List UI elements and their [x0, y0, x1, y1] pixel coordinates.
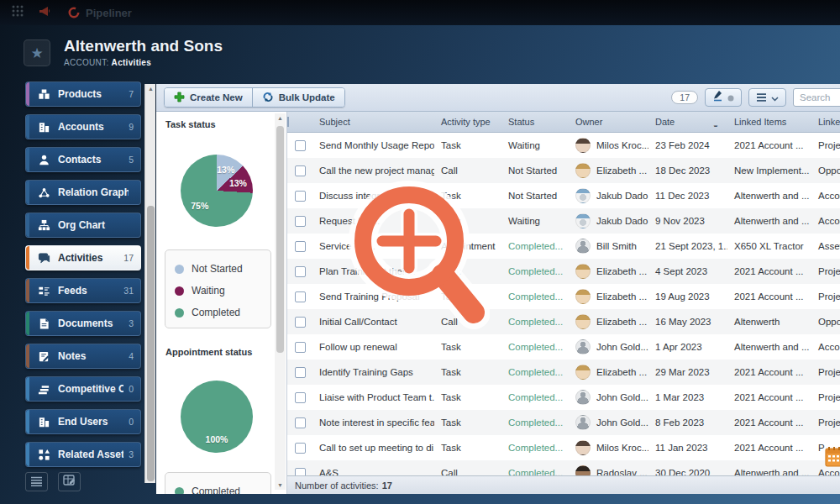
sidebar-item-count: 7 — [129, 89, 134, 99]
cell-status: Completed... — [501, 241, 569, 251]
accent-bar — [26, 344, 29, 368]
table-row[interactable]: Plan Training at their...TaskCompleted..… — [287, 259, 840, 284]
legend-item-waiting: Waiting — [175, 280, 270, 302]
view-menu-button[interactable] — [748, 88, 786, 107]
table-row[interactable]: Note interest in specific fea...TaskComp… — [287, 410, 840, 435]
contacts-icon — [38, 154, 50, 166]
accent-bar — [26, 115, 29, 139]
table-row[interactable]: Call to set up meeting to di...TaskCompl… — [287, 435, 840, 460]
sidebar-item-org-chart[interactable]: Org Chart — [25, 213, 141, 238]
favorite-star-button[interactable]: ★ — [24, 39, 50, 66]
app-grid-icon[interactable] — [12, 5, 24, 20]
scroll-up-arrow[interactable]: ▲ — [145, 86, 156, 92]
menu-list-button[interactable] — [25, 472, 48, 491]
cell-date: 19 Aug 2023 — [648, 291, 727, 302]
bulk-update-button[interactable]: Bulk Update — [252, 88, 344, 107]
row-checkbox[interactable] — [295, 392, 306, 403]
table-row[interactable]: Follow up renewalTaskCompleted...John Go… — [287, 334, 840, 360]
subtitle-value: Activities — [112, 58, 151, 67]
scrollbar-thumb[interactable] — [147, 206, 155, 481]
table-row[interactable]: Initial Call/ContactCallCompleted...Eliz… — [287, 309, 840, 334]
sidebar-item-label: Feeds — [58, 285, 118, 297]
cell-owner: Elizabeth ... — [569, 264, 648, 279]
task-status-pie-chart: 13%13%75% — [181, 155, 253, 227]
column-header-activity-type[interactable]: Activity type — [434, 117, 501, 127]
table-row[interactable]: Send Monthly Usage Repor...TaskWaitingMi… — [287, 133, 840, 158]
sidebar-item-notes[interactable]: Notes4 — [25, 344, 141, 369]
table-row[interactable]: A&SCallCompleted...Radoslav ...30 Dec 20… — [287, 460, 840, 475]
column-header-linked-type[interactable]: Linked — [811, 117, 840, 127]
cell-activity-type: Task — [434, 266, 501, 276]
table-row[interactable]: Call the new project manag...CallNot Sta… — [287, 158, 840, 183]
table-row[interactable]: Service Vis...AppointmentCompleted...Bil… — [287, 234, 840, 259]
sidebar-item-end-users[interactable]: End Users0 — [25, 409, 141, 434]
cell-status: Completed... — [501, 317, 569, 327]
row-checkbox[interactable] — [295, 317, 306, 328]
sidebar-item-feeds[interactable]: Feeds31 — [25, 278, 141, 303]
column-header-date[interactable]: Date▼ — [648, 117, 727, 127]
column-header-owner[interactable]: Owner — [569, 117, 648, 127]
megaphone-icon[interactable] — [39, 5, 52, 20]
create-new-button[interactable]: Create New — [165, 88, 252, 107]
table-row[interactable]: Liaise with Product Team t...TaskComplet… — [287, 385, 840, 410]
legend-label: Waiting — [192, 285, 225, 297]
cell-owner: John Gold... — [569, 339, 648, 354]
page-scrollbar[interactable]: ▲ — [144, 84, 155, 483]
row-checkbox[interactable] — [295, 291, 306, 302]
form-edit-button[interactable] — [58, 472, 81, 491]
sidebar-item-count: 4 — [129, 351, 134, 361]
toolbar: Create New Bulk Update 17 — [156, 84, 840, 112]
search-input[interactable] — [793, 88, 840, 107]
appointment-status-legend: Completed — [165, 472, 271, 494]
column-header-linked-items[interactable]: Linked Items — [727, 117, 811, 127]
row-checkbox[interactable] — [295, 266, 306, 277]
table-row[interactable]: Identify Training GapsTaskCompleted...El… — [287, 360, 840, 385]
main-content: Create New Bulk Update 17 Task status 13… — [156, 84, 840, 494]
feeds-icon — [38, 285, 50, 297]
sidebar-item-contacts[interactable]: Contacts5 — [25, 147, 141, 172]
column-header-subject[interactable]: Subject — [312, 117, 434, 127]
org-chart-icon — [38, 219, 50, 232]
cell-linked-items: 2021 Account ... — [727, 291, 811, 302]
sidebar-item-related-assets[interactable]: Related Assets3 — [25, 442, 141, 467]
sidebar-item-accounts[interactable]: Accounts9 — [25, 114, 141, 139]
chevron-down-icon — [771, 90, 779, 105]
row-checkbox[interactable] — [295, 140, 306, 151]
sidebar-item-activities[interactable]: Activities17 — [25, 245, 141, 270]
cell-date: 29 Mar 2023 — [648, 367, 727, 377]
table-row[interactable]: Discuss integrati...TaskNot StartedJakub… — [287, 183, 840, 208]
row-checkbox[interactable] — [295, 216, 306, 227]
table-row[interactable]: Request ND...TaskWaitingJakub Dado9 Nov … — [287, 208, 840, 234]
owner-name: John Gold... — [596, 342, 648, 352]
row-checkbox[interactable] — [295, 191, 306, 202]
sidebar-item-competitive-o[interactable]: Competitive O...0 — [25, 376, 141, 402]
cell-subject: Send Training Proposal — [312, 291, 434, 302]
owner-avatar — [575, 264, 591, 279]
widgets-scroll-down[interactable]: ▼ — [275, 482, 286, 488]
widgets-scroll-up[interactable]: ▲ — [275, 115, 286, 121]
legend-item-completed: Completed — [175, 302, 270, 323]
cell-date: 23 Feb 2024 — [648, 140, 727, 150]
row-checkbox[interactable] — [295, 443, 306, 454]
sidebar-item-label: Accounts — [58, 121, 123, 133]
products-icon — [38, 88, 50, 101]
widgets-scrollbar-thumb[interactable] — [276, 126, 284, 353]
row-checkbox[interactable] — [295, 417, 306, 428]
row-checkbox[interactable] — [295, 342, 306, 353]
cell-status: Completed... — [501, 291, 569, 302]
column-header-status[interactable]: Status — [501, 117, 569, 127]
row-checkbox[interactable] — [295, 165, 306, 176]
cell-linked-items: Altenwerth and ... — [727, 468, 811, 475]
sidebar-item-documents[interactable]: Documents3 — [25, 311, 141, 336]
sidebar-item-relation-graph[interactable]: Relation Graph — [25, 180, 141, 205]
sidebar-item-products[interactable]: Products7 — [25, 81, 141, 107]
row-checkbox[interactable] — [295, 241, 306, 252]
widgets-scrollbar[interactable]: ▲ ▼ — [275, 113, 286, 490]
table-row[interactable]: Send Training ProposalTaskCompleted...El… — [287, 284, 840, 309]
edit-pen-button[interactable] — [705, 88, 742, 107]
select-all-checkbox[interactable] — [287, 117, 289, 127]
page-subtitle: ACCOUNT: Activities — [64, 58, 223, 67]
accent-bar — [26, 377, 29, 401]
row-checkbox[interactable] — [295, 367, 306, 378]
row-checkbox[interactable] — [295, 468, 306, 476]
